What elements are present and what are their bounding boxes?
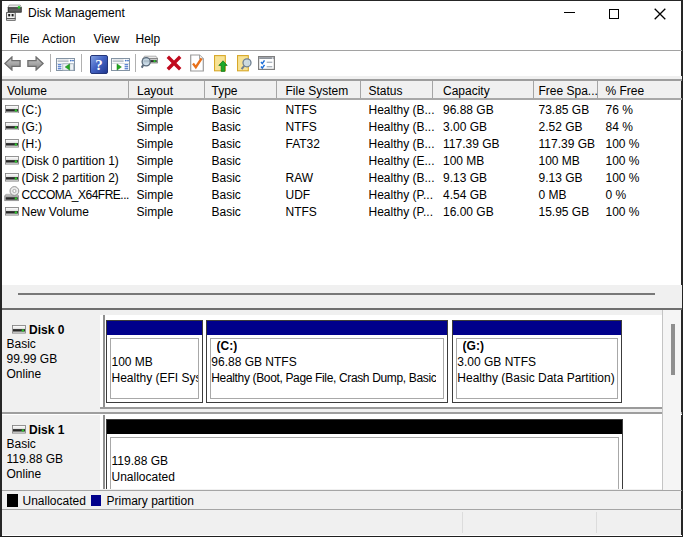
svg-text:?: ?: [95, 56, 103, 72]
